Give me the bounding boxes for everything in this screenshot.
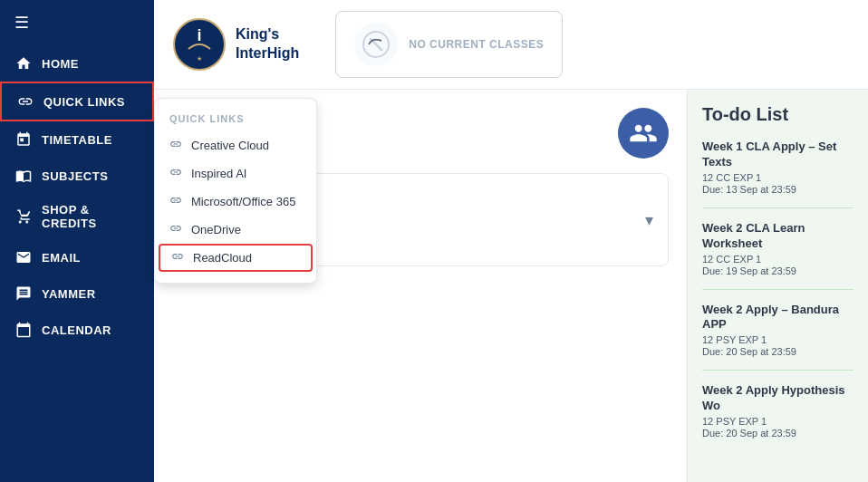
sidebar-label-quick-links: QUICK LINKS bbox=[43, 95, 125, 109]
link-icon-onedrive bbox=[169, 222, 182, 237]
todo-item-0: Week 1 CLA Apply – Set Texts 12 CC EXP 1… bbox=[702, 140, 854, 208]
shop-icon bbox=[14, 207, 33, 226]
quick-links-dropdown: QUICK LINKS Creative Cloud Inspired AI M… bbox=[154, 98, 317, 284]
sidebar-item-calendar[interactable]: CALENDAR bbox=[0, 312, 154, 348]
dropdown-label-onedrive: OneDrive bbox=[191, 223, 241, 236]
sidebar: ☰ HOME QUICK LINKS TIMETABLE SUBJECTS SH… bbox=[0, 0, 154, 482]
sidebar-label-subjects: SUBJECTS bbox=[42, 169, 108, 183]
svg-text:i: i bbox=[197, 26, 201, 44]
todo-class-3: 12 PSY EXP 1 bbox=[702, 416, 854, 427]
sidebar-label-timetable: TIMETABLE bbox=[42, 133, 112, 147]
sidebar-label-home: HOME bbox=[42, 57, 79, 71]
sidebar-item-quick-links[interactable]: QUICK LINKS bbox=[0, 82, 154, 121]
sidebar-item-subjects[interactable]: SUBJECTS bbox=[0, 158, 154, 194]
dropdown-label-creative-cloud: Creative Cloud bbox=[191, 139, 269, 152]
link-icon-microsoft-office bbox=[169, 194, 182, 209]
header: i ★ King's InterHigh NO CURRENT CLASSES bbox=[154, 0, 868, 90]
hamburger-menu[interactable]: ☰ bbox=[0, 0, 154, 45]
logo-text: King's InterHigh bbox=[236, 25, 299, 63]
sidebar-label-email: EMAIL bbox=[42, 251, 81, 265]
yammer-icon bbox=[14, 284, 33, 303]
sidebar-item-yammer[interactable]: YAMMER bbox=[0, 275, 154, 312]
sidebar-label-yammer: YAMMER bbox=[42, 287, 96, 301]
dropdown-item-inspired-ai[interactable]: Inspired AI bbox=[155, 159, 316, 188]
no-class-text: NO CURRENT CLASSES bbox=[409, 38, 544, 51]
todo-name-2: Week 2 Apply – Bandura APP bbox=[702, 303, 854, 333]
logo-area: i ★ King's InterHigh bbox=[172, 17, 299, 72]
dropdown-label-readcloud: ReadCloud bbox=[193, 251, 252, 265]
dropdown-item-creative-cloud[interactable]: Creative Cloud bbox=[155, 131, 316, 159]
todo-panel: To-do List Week 1 CLA Apply – Set Texts … bbox=[687, 90, 868, 482]
dropdown-item-readcloud[interactable]: ReadCloud bbox=[159, 244, 313, 272]
sidebar-label-shop-credits: SHOP & CREDITS bbox=[42, 203, 140, 230]
dropdown-label-inspired-ai: Inspired AI bbox=[191, 167, 246, 180]
todo-class-1: 12 CC EXP 1 bbox=[702, 254, 854, 265]
calendar-icon bbox=[14, 321, 33, 339]
todo-name-3: Week 2 Apply Hypothesis Wo bbox=[702, 383, 854, 414]
sidebar-item-shop-credits[interactable]: SHOP & CREDITS bbox=[0, 194, 154, 239]
timetable-icon bbox=[14, 130, 33, 149]
sidebar-item-timetable[interactable]: TIMETABLE bbox=[0, 121, 154, 158]
no-class-icon bbox=[354, 23, 398, 66]
sidebar-label-calendar: CALENDAR bbox=[42, 323, 111, 337]
todo-class-0: 12 CC EXP 1 bbox=[702, 172, 854, 183]
todo-due-2: Due: 20 Sep at 23:59 bbox=[702, 346, 854, 357]
todo-due-0: Due: 13 Sep at 23:59 bbox=[702, 184, 854, 195]
dropdown-item-microsoft-office[interactable]: Microsoft/Office 365 bbox=[155, 188, 316, 216]
todo-name-1: Week 2 CLA Learn Worksheet bbox=[702, 221, 854, 252]
dropdown-header: QUICK LINKS bbox=[155, 110, 316, 131]
todo-item-2: Week 2 Apply – Bandura APP 12 PSY EXP 1 … bbox=[702, 303, 854, 371]
svg-text:★: ★ bbox=[197, 55, 202, 62]
home-icon bbox=[14, 54, 33, 72]
dropdown-label-microsoft-office: Microsoft/Office 365 bbox=[191, 195, 295, 208]
quick-links-icon bbox=[16, 92, 34, 111]
todo-name-0: Week 1 CLA Apply – Set Texts bbox=[702, 140, 854, 170]
link-icon-creative-cloud bbox=[169, 138, 182, 153]
todo-title: To-do List bbox=[702, 104, 854, 125]
dropdown-item-onedrive[interactable]: OneDrive bbox=[155, 216, 316, 244]
sidebar-item-home[interactable]: HOME bbox=[0, 45, 154, 82]
group-icon bbox=[618, 108, 669, 159]
subjects-icon bbox=[14, 167, 33, 185]
class-dropdown-arrow[interactable]: ▾ bbox=[645, 210, 653, 230]
todo-due-3: Due: 20 Sep at 23:59 bbox=[702, 428, 854, 439]
todo-class-2: 12 PSY EXP 1 bbox=[702, 334, 854, 345]
sidebar-item-email[interactable]: EMAIL bbox=[0, 239, 154, 275]
link-icon-readcloud bbox=[171, 250, 184, 265]
school-logo: i ★ bbox=[172, 17, 227, 72]
todo-item-3: Week 2 Apply Hypothesis Wo 12 PSY EXP 1 … bbox=[702, 383, 854, 451]
todo-due-1: Due: 19 Sep at 23:59 bbox=[702, 265, 854, 276]
no-class-box: NO CURRENT CLASSES bbox=[335, 11, 563, 78]
link-icon-inspired-ai bbox=[169, 166, 182, 181]
email-icon bbox=[14, 248, 33, 266]
todo-item-1: Week 2 CLA Learn Worksheet 12 CC EXP 1 D… bbox=[702, 221, 854, 290]
